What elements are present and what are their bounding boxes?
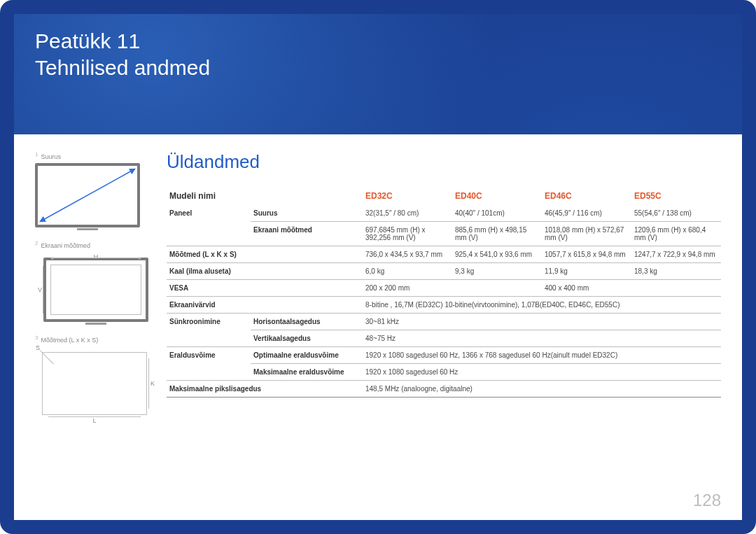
cell: 400 x 400 mm [542, 280, 721, 297]
col-ed46: ED46C [542, 187, 631, 205]
cell-piksl: Maksimaalne pikslisagedus [167, 381, 363, 398]
cell: 697,6845 mm (H) x 392,256 mm (V) [363, 222, 452, 246]
note-label: Suurus [41, 153, 61, 160]
dim-l-label: L [92, 417, 96, 424]
dim-h-label: H [46, 253, 146, 260]
sidebar-notes: 1Suurus [35, 151, 148, 428]
cell: 1209,6 mm (H) x 680,4 mm (V) [631, 222, 721, 246]
spec-table: Mudeli nimi ED32C ED40C ED46C ED55C Pane… [167, 187, 721, 398]
cell: 885,6 mm (H) x 498,15 mm (V) [452, 222, 542, 246]
cell-paneel: Paneel [167, 205, 251, 246]
cell-vert: Vertikaalsagedus [251, 330, 363, 347]
cell: 1247,7 x 722,9 x 94,8 mm [631, 246, 721, 263]
col-ed55: ED55C [631, 187, 721, 205]
note-label: Ekraani mõõtmed [41, 242, 90, 249]
page-title: Tehnilised andmed [35, 55, 210, 81]
cell: 18,3 kg [631, 263, 721, 280]
row-opt: Eraldusvõime Optimaalne eraldusvõime 192… [167, 347, 721, 364]
cell: 925,4 x 541,0 x 93,6 mm [452, 246, 542, 263]
svg-line-0 [42, 170, 133, 220]
section-title: Üldandmed [167, 151, 721, 173]
table-header-row: Mudeli nimi ED32C ED40C ED46C ED55C [167, 187, 721, 205]
col-model: Mudeli nimi [167, 187, 363, 205]
note-2: 2Ekraani mõõtmed H V [35, 240, 148, 322]
cell-maks: Maksimaalne eraldusvõime [251, 364, 363, 381]
cell-ekraani: Ekraani mõõtmed [251, 222, 363, 246]
cell-kaal: Kaal (ilma aluseta) [167, 263, 363, 280]
cell-horis: Horisontaalsagedus [251, 314, 363, 330]
spec-main: Üldandmed Mudeli nimi ED32C ED40C ED46C … [167, 151, 721, 428]
content-area: 1Suurus [14, 134, 742, 520]
cell: 40(40" / 101cm) [452, 205, 542, 222]
col-ed32: ED32C [363, 187, 452, 205]
row-horis: Sünkroonimine Horisontaalsagedus 30~81 k… [167, 314, 721, 330]
cell-sunkr: Sünkroonimine [167, 314, 251, 347]
cell-suurus: Suurus [251, 205, 363, 222]
note-num: 2 [35, 240, 38, 246]
cell: 30~81 kHz [363, 314, 721, 330]
diagram-screen: H V [43, 258, 148, 322]
cell: 11,9 kg [542, 263, 631, 280]
cell-opt: Optimaalne eraldusvõime [251, 347, 363, 364]
note-label: Mõõtmed (L x K x S) [41, 337, 98, 344]
row-mootmed: Mõõtmed (L x K x S) 736,0 x 434,5 x 93,7… [167, 246, 721, 263]
cell: 46(45,9" / 116 cm) [542, 205, 631, 222]
row-suurus: Paneel Suurus 32(31,5" / 80 cm) 40(40" /… [167, 205, 721, 222]
cell: 1018,08 mm (H) x 572,67 mm (V) [542, 222, 631, 246]
page: Peatükk 11 Tehnilised andmed 1Suurus [0, 0, 756, 534]
page-number: 128 [693, 491, 721, 510]
cell: 736,0 x 434,5 x 93,7 mm [363, 246, 452, 263]
cell: 55(54,6" / 138 cm) [631, 205, 721, 222]
cell: 8-bitine , 16,7M (ED32C) 10-bitine(virvt… [363, 297, 721, 314]
cell: 6,0 kg [363, 263, 452, 280]
diagram-lxkxs: S K L [42, 352, 147, 415]
cell: 148,5 MHz (analoogne, digitaalne) [363, 381, 721, 398]
chapter-label: Peatükk 11 [35, 28, 210, 55]
cell-vesa: VESA [167, 280, 363, 297]
note-num: 3 [35, 335, 38, 341]
cell: 1920 x 1080 sagedusel 60 Hz [363, 364, 721, 381]
cell-erald: Eraldusvõime [167, 347, 251, 381]
note-3: 3Mõõtmed (L x K x S) S K L [35, 335, 148, 415]
note-num: 1 [35, 151, 38, 157]
cell: 32(31,5" / 80 cm) [363, 205, 452, 222]
cell: 1057,7 x 615,8 x 94,8 mm [542, 246, 631, 263]
diagonal-arrow-icon [38, 166, 137, 225]
cell-varvid: Ekraanivärvid [167, 297, 363, 314]
cell: 1920 x 1080 sagedusel 60 Hz, 1366 x 768 … [363, 347, 721, 364]
cell: 9,3 kg [452, 263, 542, 280]
row-varvid: Ekraanivärvid 8-bitine , 16,7M (ED32C) 1… [167, 297, 721, 314]
row-kaal: Kaal (ilma aluseta) 6,0 kg 9,3 kg 11,9 k… [167, 263, 721, 280]
cell-mootmed: Mõõtmed (L x K x S) [167, 246, 363, 263]
chapter-header: Peatükk 11 Tehnilised andmed [35, 28, 210, 80]
note-1: 1Suurus [35, 151, 148, 227]
cell: 200 x 200 mm [363, 280, 542, 297]
diagram-size [35, 163, 140, 227]
dim-v-label: V [38, 260, 42, 319]
dim-k-label: K [150, 380, 155, 387]
col-ed40: ED40C [452, 187, 542, 205]
row-piksl: Maksimaalne pikslisagedus 148,5 MHz (ana… [167, 381, 721, 398]
row-vesa: VESA 200 x 200 mm 400 x 400 mm [167, 280, 721, 297]
cell: 48~75 Hz [363, 330, 721, 347]
